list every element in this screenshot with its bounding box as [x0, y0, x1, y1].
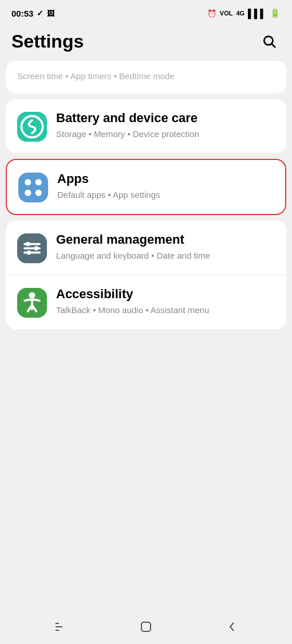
header: Settings	[0, 24, 292, 61]
general-item-icon	[17, 233, 47, 263]
accessibility-item-icon	[17, 288, 47, 318]
general-item[interactable]: General management Language and keyboard…	[6, 221, 286, 275]
accessibility-icon	[17, 288, 47, 318]
back-button[interactable]	[218, 615, 246, 638]
svg-point-13	[29, 292, 35, 298]
recent-button[interactable]	[46, 615, 74, 638]
svg-rect-17	[141, 622, 151, 631]
svg-point-6	[35, 189, 42, 196]
battery-item[interactable]: Battery and device care Storage • Memory…	[6, 99, 286, 153]
4g-icon: 4G	[236, 10, 244, 17]
recent-icon	[53, 620, 67, 634]
battery-item-subtitle: Storage • Memory • Device protection	[56, 128, 275, 140]
screen-time-subtitle: Screen time • App timers • Bedtime mode	[17, 71, 175, 81]
accessibility-item[interactable]: Accessibility TalkBack • Mono audio • As…	[6, 275, 286, 329]
status-image-icon: 🖼	[47, 9, 54, 18]
status-time: 00:53 ✓ 🖼	[11, 9, 54, 18]
home-button[interactable]	[132, 615, 160, 638]
screen-time-card[interactable]: Screen time • App timers • Bedtime mode	[6, 61, 286, 93]
search-button[interactable]	[258, 30, 281, 53]
apps-item-subtitle: Default apps • App settings	[57, 189, 274, 201]
status-icons: ⏰ VOL 4G ▌▌▌ 🔋	[207, 8, 281, 18]
battery-card[interactable]: Battery and device care Storage • Memory…	[6, 99, 286, 153]
battery-icon: 🔋	[270, 8, 281, 18]
signal-icon: ▌▌▌	[248, 9, 266, 18]
svg-point-10	[26, 241, 30, 245]
settings-content: Screen time • App timers • Bedtime mode …	[0, 61, 292, 610]
status-check-icon: ✓	[37, 9, 44, 18]
general-accessibility-card[interactable]: General management Language and keyboard…	[6, 221, 286, 329]
general-item-title: General management	[56, 232, 275, 247]
accessibility-item-text: Accessibility TalkBack • Mono audio • As…	[56, 287, 275, 316]
general-icon	[17, 233, 47, 263]
svg-point-5	[25, 189, 31, 196]
bottom-nav	[0, 610, 292, 644]
clock: 00:53	[11, 9, 33, 18]
svg-point-4	[35, 179, 42, 185]
accessibility-item-subtitle: TalkBack • Mono audio • Assistant menu	[56, 304, 275, 316]
general-item-subtitle: Language and keyboard • Date and time	[56, 249, 275, 261]
back-icon	[225, 620, 239, 634]
vol-icon: VOL	[220, 10, 233, 17]
svg-point-3	[25, 179, 31, 185]
apps-item[interactable]: Apps Default apps • App settings	[7, 160, 285, 214]
svg-line-1	[272, 44, 275, 48]
svg-point-11	[34, 246, 38, 250]
page-title: Settings	[11, 31, 84, 52]
apps-item-text: Apps Default apps • App settings	[57, 171, 274, 201]
battery-item-title: Battery and device care	[56, 111, 275, 126]
svg-point-12	[27, 250, 31, 254]
apps-item-title: Apps	[57, 171, 274, 186]
general-item-text: General management Language and keyboard…	[56, 232, 275, 261]
battery-item-icon	[17, 112, 47, 142]
battery-care-icon	[17, 112, 47, 142]
apps-card-selected[interactable]: Apps Default apps • App settings	[6, 159, 286, 215]
status-bar: 00:53 ✓ 🖼 ⏰ VOL 4G ▌▌▌ 🔋	[0, 0, 292, 24]
accessibility-item-title: Accessibility	[56, 287, 275, 302]
alarm-icon: ⏰	[207, 9, 216, 18]
svg-point-0	[264, 36, 273, 45]
search-icon	[262, 34, 277, 49]
apps-item-icon	[18, 173, 48, 202]
home-icon	[139, 619, 153, 634]
apps-icon	[18, 173, 48, 202]
battery-item-text: Battery and device care Storage • Memory…	[56, 111, 275, 140]
